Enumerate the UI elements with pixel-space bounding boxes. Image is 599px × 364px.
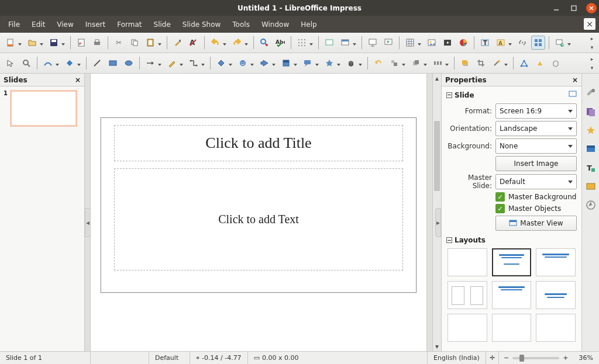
insert-fontwork-button[interactable]: A	[494, 36, 514, 50]
menu-file[interactable]: File	[2, 18, 26, 31]
select-tool[interactable]	[4, 56, 18, 70]
3d-objects-tool[interactable]	[344, 56, 364, 70]
block-arrows-tool[interactable]	[257, 56, 277, 70]
collapse-slide-section[interactable]: −	[446, 92, 452, 98]
curve-tool[interactable]	[165, 56, 185, 70]
tab-slide-transition[interactable]	[584, 105, 597, 118]
tab-animation[interactable]	[584, 124, 597, 137]
paste-button[interactable]	[143, 36, 163, 50]
status-slide-count[interactable]: Slide 1 of 1	[0, 352, 91, 364]
zoom-in-icon[interactable]: +	[563, 354, 568, 362]
window-maximize-button[interactable]	[569, 3, 579, 13]
shadow-tool[interactable]	[458, 56, 472, 70]
insert-hyperlink-button[interactable]	[515, 36, 529, 50]
ellipse-tool[interactable]	[122, 56, 136, 70]
collapse-layouts-section[interactable]: −	[446, 237, 452, 243]
tab-gallery[interactable]	[584, 180, 597, 193]
insert-table-button[interactable]	[403, 36, 423, 50]
menu-insert[interactable]: Insert	[80, 18, 111, 31]
connector-tool[interactable]	[187, 56, 206, 70]
redo-button[interactable]	[230, 36, 250, 50]
title-placeholder[interactable]: Click to add Title	[114, 125, 403, 161]
master-slide-combo[interactable]: Default	[495, 174, 577, 189]
master-slide-button[interactable]	[338, 36, 358, 50]
stars-tool[interactable]	[322, 56, 342, 70]
undo-button[interactable]	[208, 36, 228, 50]
content-placeholder[interactable]: Click to add Text	[114, 168, 403, 271]
orientation-combo[interactable]: Landscape	[495, 121, 577, 136]
menu-help[interactable]: Help	[295, 18, 322, 31]
menu-slideshow[interactable]: Slide Show	[177, 18, 226, 31]
menu-view[interactable]: View	[51, 18, 79, 31]
export-pdf-button[interactable]: P	[74, 36, 88, 50]
points-tool[interactable]	[517, 56, 531, 70]
new-button[interactable]	[4, 36, 23, 50]
master-view-button[interactable]: Master View	[495, 216, 577, 231]
new-slide-button[interactable]: +	[553, 36, 573, 50]
window-close-button[interactable]	[586, 3, 597, 13]
layout-7[interactable]	[447, 314, 487, 342]
show-draw-functions-button[interactable]	[531, 36, 545, 50]
layout-title-only[interactable]	[492, 281, 532, 309]
flowchart-tool[interactable]	[279, 56, 299, 70]
symbol-shapes-tool[interactable]	[236, 56, 256, 70]
zoom-slider[interactable]: − +	[499, 354, 573, 362]
print-button[interactable]	[90, 36, 104, 50]
clone-formatting-button[interactable]	[171, 36, 185, 50]
rotate-tool[interactable]	[371, 56, 385, 70]
background-combo[interactable]: None	[495, 138, 577, 154]
copy-button[interactable]	[128, 36, 142, 50]
scroll-thumb[interactable]	[434, 121, 440, 191]
display-views-button[interactable]	[322, 36, 336, 50]
arrange-tool[interactable]	[409, 56, 429, 70]
layout-blank[interactable]	[447, 248, 487, 276]
start-first-button[interactable]	[366, 36, 380, 50]
start-current-button[interactable]	[381, 36, 395, 50]
layout-title-content[interactable]	[492, 248, 532, 276]
collapse-slides-panel[interactable]: ◂	[85, 208, 91, 237]
layout-centered[interactable]	[536, 281, 576, 309]
rectangle-tool[interactable]	[106, 56, 120, 70]
slide-canvas[interactable]: Click to add Title Click to add Text	[91, 74, 426, 351]
layout-8[interactable]	[492, 314, 532, 342]
tab-properties[interactable]	[584, 86, 597, 99]
zoom-knob[interactable]	[519, 355, 524, 362]
display-grid-button[interactable]	[295, 36, 315, 50]
cut-button[interactable]: ✂	[112, 36, 126, 50]
format-combo[interactable]: Screen 16:9	[495, 103, 577, 119]
align-tool[interactable]	[387, 56, 407, 70]
tab-navigator[interactable]	[584, 199, 597, 212]
layout-title-2content[interactable]	[536, 248, 576, 276]
menu-slide[interactable]: Slide	[148, 18, 177, 31]
insert-av-button[interactable]	[440, 36, 455, 50]
slides-panel-close[interactable]: ×	[75, 76, 81, 84]
tab-master-slides[interactable]	[584, 143, 597, 155]
distribute-tool[interactable]	[431, 56, 450, 70]
menu-edit[interactable]: Edit	[26, 18, 51, 31]
zoom-tool[interactable]	[19, 56, 33, 70]
window-minimize-button[interactable]	[551, 3, 562, 13]
open-button[interactable]	[25, 36, 45, 50]
layout-2boxes[interactable]	[447, 281, 487, 309]
arrow-tool[interactable]	[143, 56, 163, 70]
basic-shapes-tool[interactable]	[214, 56, 234, 70]
line-tool[interactable]	[90, 56, 104, 70]
master-objects-checkbox[interactable]: ✓	[495, 204, 505, 213]
crop-tool[interactable]	[474, 56, 488, 70]
extrusion-tool[interactable]	[549, 56, 563, 70]
fill-color-tool[interactable]	[63, 56, 82, 70]
master-background-checkbox[interactable]: ✓	[495, 192, 505, 202]
fit-slide-button[interactable]: ✛	[486, 352, 499, 364]
spellcheck-button[interactable]: Abc	[273, 36, 287, 50]
gluepoints-tool[interactable]	[533, 56, 547, 70]
slide-thumb[interactable]: 1	[4, 90, 81, 127]
zoom-value[interactable]: 36%	[573, 352, 599, 364]
zoom-out-icon[interactable]: −	[504, 354, 509, 362]
status-master[interactable]: Default	[149, 352, 190, 364]
insert-chart-button[interactable]	[456, 36, 470, 50]
document-close-button[interactable]: ×	[584, 18, 595, 30]
filter-tool[interactable]	[490, 56, 510, 70]
menu-format[interactable]: Format	[111, 18, 147, 31]
insert-image-button[interactable]	[425, 36, 439, 50]
scroll-up-icon[interactable]: ▴	[433, 74, 441, 83]
